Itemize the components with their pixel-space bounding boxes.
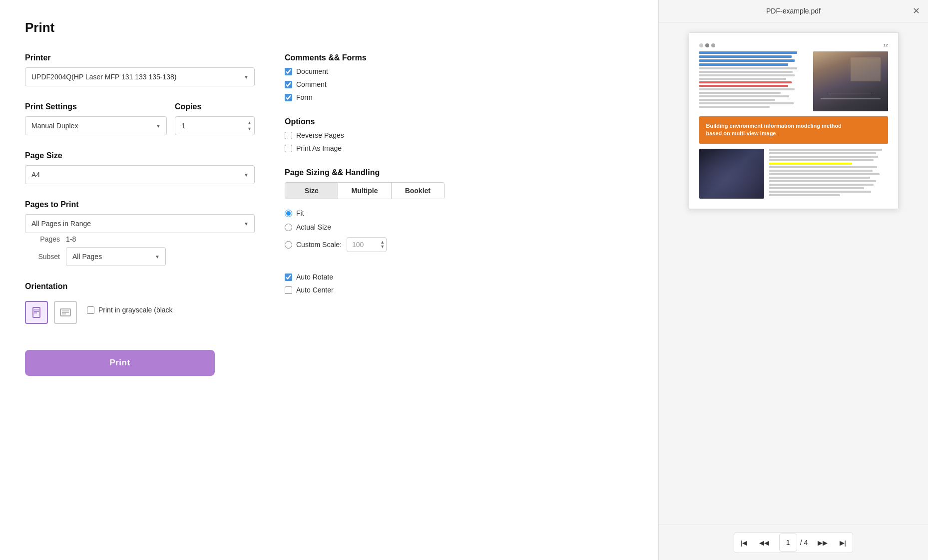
custom-scale-radio-item[interactable]: Custom Scale: bbox=[285, 241, 342, 249]
comments-forms-label: Comments && Forms bbox=[285, 53, 633, 62]
preview-header: PDF-example.pdf ✕ bbox=[659, 0, 928, 22]
page-sizing-section: Page Sizing && Handling Size Multiple Bo… bbox=[285, 168, 633, 252]
printer-select-wrapper[interactable]: UPDF2004Q(HP Laser MFP 131 133 135-138) bbox=[25, 67, 255, 86]
subset-field-label: Subset bbox=[25, 253, 60, 261]
options-label: Options bbox=[285, 117, 633, 126]
subset-select[interactable]: All Pages bbox=[66, 247, 166, 266]
tab-multiple[interactable]: Multiple bbox=[338, 183, 391, 199]
auto-options-section: Auto Rotate Auto Center bbox=[285, 273, 633, 294]
auto-checkboxes: Auto Rotate Auto Center bbox=[285, 273, 633, 294]
print-settings-row: Print Settings Manual Duplex Copies ▲ ▼ bbox=[25, 102, 255, 135]
content-columns: Printer UPDF2004Q(HP Laser MFP 131 133 1… bbox=[25, 53, 633, 540]
landscape-btn[interactable] bbox=[54, 301, 77, 324]
actual-size-label: Actual Size bbox=[296, 223, 331, 231]
prev-page-btn[interactable]: ◀◀ bbox=[755, 534, 773, 552]
pdf-icon-1 bbox=[699, 43, 703, 47]
pdf-toolbar-icons bbox=[699, 43, 715, 47]
auto-center-item[interactable]: Auto Center bbox=[285, 286, 633, 294]
options-checkboxes: Reverse Pages Print As Image bbox=[285, 131, 633, 152]
right-column: Comments && Forms Document Comment Form bbox=[285, 53, 633, 540]
tab-size[interactable]: Size bbox=[285, 183, 338, 199]
fit-label: Fit bbox=[296, 209, 304, 217]
pdf-bottom-image bbox=[699, 149, 764, 199]
print-as-image-checkbox[interactable] bbox=[285, 145, 292, 152]
page-input-group: / 4 bbox=[775, 534, 812, 552]
copies-group: Copies ▲ ▼ bbox=[175, 102, 255, 135]
document-checkbox[interactable] bbox=[285, 68, 292, 75]
portrait-btn[interactable] bbox=[25, 301, 48, 324]
pages-value: 1-8 bbox=[66, 235, 76, 243]
auto-rotate-label: Auto Rotate bbox=[296, 273, 333, 281]
document-checkbox-item[interactable]: Document bbox=[285, 67, 633, 75]
first-page-btn[interactable]: |◀ bbox=[735, 534, 753, 552]
pages-to-print-section: Pages to Print All Pages in Range Pages … bbox=[25, 200, 255, 266]
subset-select-wrapper[interactable]: All Pages bbox=[66, 247, 166, 266]
actual-size-radio[interactable] bbox=[285, 224, 292, 231]
pdf-bottom-section bbox=[699, 149, 888, 199]
print-settings-select[interactable]: Manual Duplex bbox=[25, 116, 167, 135]
copies-increment[interactable]: ▲ bbox=[246, 120, 253, 126]
page-size-select-wrapper[interactable]: A4 bbox=[25, 165, 255, 184]
last-page-btn[interactable]: ▶| bbox=[834, 534, 852, 552]
pdf-page-num: 12 bbox=[884, 43, 888, 47]
options-section: Options Reverse Pages Print As Image bbox=[285, 117, 633, 152]
grayscale-check[interactable]: Print in grayscale (black bbox=[87, 306, 173, 314]
print-as-image-item[interactable]: Print As Image bbox=[285, 144, 633, 152]
copies-decrement[interactable]: ▼ bbox=[246, 126, 253, 132]
orientation-label: Orientation bbox=[25, 282, 255, 291]
comment-label: Comment bbox=[296, 80, 327, 88]
tab-booklet[interactable]: Booklet bbox=[392, 183, 444, 199]
print-settings-label: Print Settings bbox=[25, 102, 167, 111]
auto-rotate-checkbox[interactable] bbox=[285, 274, 292, 281]
print-as-image-label: Print As Image bbox=[296, 144, 342, 152]
comments-forms-section: Comments && Forms Document Comment Form bbox=[285, 53, 633, 101]
reverse-pages-item[interactable]: Reverse Pages bbox=[285, 131, 633, 139]
form-checkbox-item[interactable]: Form bbox=[285, 93, 633, 101]
scale-decrement[interactable]: ▼ bbox=[380, 245, 385, 249]
pages-to-print-select-wrapper[interactable]: All Pages in Range bbox=[25, 214, 255, 233]
pages-to-print-select[interactable]: All Pages in Range bbox=[25, 214, 255, 233]
close-button[interactable]: ✕ bbox=[913, 5, 920, 16]
grayscale-checkbox[interactable] bbox=[87, 306, 94, 314]
preview-filename: PDF-example.pdf bbox=[766, 7, 821, 15]
document-label: Document bbox=[296, 67, 328, 75]
copies-input-wrapper: ▲ ▼ bbox=[175, 116, 255, 135]
auto-center-checkbox[interactable] bbox=[285, 286, 292, 294]
form-label: Form bbox=[296, 93, 313, 101]
subset-row: Subset All Pages bbox=[25, 247, 255, 266]
comment-checkbox-item[interactable]: Comment bbox=[285, 80, 633, 88]
pages-to-print-label: Pages to Print bbox=[25, 200, 255, 209]
pdf-orange-banner: Building environment information modelin… bbox=[699, 116, 888, 144]
print-settings-select-wrapper[interactable]: Manual Duplex bbox=[25, 116, 167, 135]
pdf-text-col bbox=[699, 51, 808, 111]
copies-spinner: ▲ ▼ bbox=[246, 120, 253, 132]
auto-rotate-item[interactable]: Auto Rotate bbox=[285, 273, 633, 281]
custom-scale-row: Custom Scale: ▲ ▼ bbox=[285, 237, 633, 252]
reverse-pages-checkbox[interactable] bbox=[285, 132, 292, 139]
page-nav-group: |◀ ◀◀ / 4 ▶▶ ▶| bbox=[734, 532, 854, 553]
actual-size-radio-item[interactable]: Actual Size bbox=[285, 223, 633, 231]
page-size-select[interactable]: A4 bbox=[25, 165, 255, 184]
orientation-icons bbox=[25, 301, 77, 324]
pages-row: Pages 1-8 bbox=[25, 235, 255, 243]
page-title: Print bbox=[25, 20, 633, 35]
pdf-main-image bbox=[813, 51, 888, 111]
form-checkbox[interactable] bbox=[285, 94, 292, 101]
pdf-bottom-text bbox=[769, 149, 888, 199]
page-number-input[interactable] bbox=[779, 534, 797, 552]
page-size-label: Page Size bbox=[25, 151, 255, 160]
copies-input[interactable] bbox=[175, 116, 255, 135]
fit-radio-item[interactable]: Fit bbox=[285, 209, 633, 217]
grayscale-label: Print in grayscale (black bbox=[98, 306, 173, 314]
page-size-section: Page Size A4 bbox=[25, 151, 255, 184]
printer-select[interactable]: UPDF2004Q(HP Laser MFP 131 133 135-138) bbox=[25, 67, 255, 86]
comment-checkbox[interactable] bbox=[285, 81, 292, 88]
pdf-top-bar: 12 bbox=[699, 43, 888, 47]
custom-scale-radio[interactable] bbox=[285, 241, 292, 249]
print-button[interactable]: Print bbox=[25, 350, 215, 376]
next-page-btn[interactable]: ▶▶ bbox=[814, 534, 832, 552]
printer-section: Printer UPDF2004Q(HP Laser MFP 131 133 1… bbox=[25, 53, 255, 86]
main-panel: Print Printer UPDF2004Q(HP Laser MFP 131… bbox=[0, 0, 658, 560]
fit-radio[interactable] bbox=[285, 210, 292, 217]
print-settings-group: Print Settings Manual Duplex bbox=[25, 102, 167, 135]
